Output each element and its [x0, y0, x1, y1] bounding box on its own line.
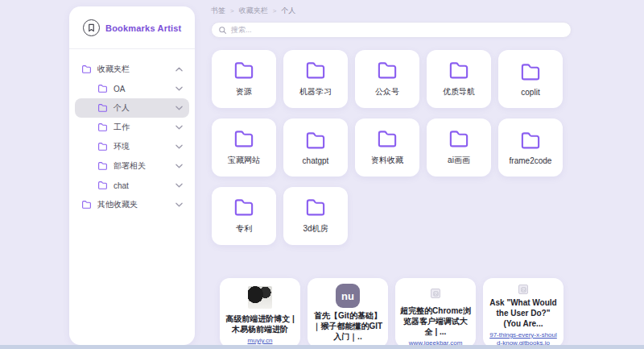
folder-icon [518, 62, 543, 84]
bookmark-title: 首先【Git的基础】｜猴子都能懂的GIT入门｜.. [312, 310, 383, 342]
folder-card[interactable]: 优质导航 [427, 50, 491, 108]
folder-grid: 资源 机器学习 公众号 优质导航 coplit 宝藏网站 chatgpt [212, 50, 563, 245]
folder-icon [303, 131, 328, 152]
folder-card-label: coplit [521, 88, 539, 97]
bookmark-link[interactable]: muyiy.cn [248, 337, 273, 345]
folder-card-label: 宝藏网站 [228, 155, 260, 166]
folder-card[interactable]: 资料收藏 [355, 118, 419, 177]
breadcrumb-item[interactable]: 收藏夹栏 [239, 6, 268, 16]
sidebar-item-label: 工作 [114, 122, 175, 133]
folder-card[interactable]: 资源 [212, 50, 276, 108]
folder-card[interactable]: 宝藏网站 [212, 118, 276, 177]
folder-icon [303, 60, 328, 82]
folder-card-label: 专利 [236, 223, 252, 235]
bookmark-list: 高级前端进阶博文 | 木易杨前端进阶 muyiy.cn nu 首先【Git的基础… [220, 278, 564, 347]
folder-card-label: chatgpt [303, 156, 329, 165]
folder-card-label: 优质导航 [443, 86, 475, 98]
chevron-down-icon[interactable] [175, 183, 183, 188]
folder-icon [97, 84, 108, 94]
bookmark-card[interactable]: 超完整的Chrome浏览器客户端调试大全 | ... www.igeekbar.… [395, 278, 476, 347]
sidebar-item[interactable]: 收藏夹栏 [75, 60, 189, 79]
bookmark-title: 高级前端进阶博文 | 木易杨前端进阶 [225, 314, 295, 334]
app-logo: Bookmarks Artist [69, 6, 195, 36]
bookmark-thumbnail [518, 284, 528, 295]
sidebar-item[interactable]: chat [75, 176, 189, 195]
sidebar-item-label: OA [114, 85, 175, 93]
folder-card-label: 资料收藏 [371, 155, 403, 166]
breadcrumb-item[interactable]: 个人 [281, 6, 295, 16]
bookmark-card[interactable]: Ask "What Would the User Do?" (You Are..… [483, 278, 564, 347]
folder-card[interactable]: coplit [498, 50, 563, 108]
sidebar-item-label: 环境 [114, 141, 175, 152]
folder-icon [232, 197, 256, 219]
sidebar-item[interactable]: 个人 [75, 98, 189, 118]
folder-icon [97, 103, 108, 114]
folder-card[interactable]: ai画画 [427, 118, 491, 177]
sidebar-item-label: 收藏夹栏 [97, 64, 175, 75]
folder-icon [232, 60, 256, 82]
chevron-down-icon[interactable] [175, 106, 183, 110]
sidebar-item[interactable]: 其他收藏夹 [75, 195, 189, 214]
bookmark-title: Ask "What Would the User Do?" (You Are..… [488, 297, 559, 329]
sidebar-item[interactable]: 部署相关 [75, 156, 189, 176]
breadcrumb-item[interactable]: 书签 [211, 6, 225, 16]
sidebar-item-label: 部署相关 [114, 160, 175, 172]
bookmark-card[interactable]: nu 首先【Git的基础】｜猴子都能懂的GIT入门｜.. backlog.com [308, 278, 388, 347]
sidebar-tree: 收藏夹栏 OA 个人 工作 环境 [69, 49, 195, 214]
folder-card-label: frame2code [510, 156, 552, 165]
folder-icon [375, 129, 399, 151]
sidebar-item-label: 个人 [114, 102, 175, 114]
folder-card-label: 3d机房 [303, 223, 328, 235]
chevron-down-icon[interactable] [175, 202, 183, 207]
folder-card[interactable]: 公众号 [355, 50, 419, 108]
folder-card[interactable]: frame2code [498, 118, 563, 177]
folder-card[interactable]: 专利 [212, 187, 276, 245]
bookmark-thumbnail-image [248, 286, 272, 309]
breadcrumb: 书签>收藏夹栏>个人 [211, 6, 295, 16]
folder-icon [447, 129, 471, 151]
chevron-down-icon[interactable] [175, 144, 183, 149]
chevron-down-icon[interactable] [175, 164, 183, 168]
folder-icon [303, 197, 328, 219]
folder-icon [518, 131, 543, 152]
folder-card-label: ai画画 [448, 155, 470, 166]
sidebar-item-label: chat [114, 181, 175, 190]
bookmark-thumbnail [248, 284, 272, 311]
search-icon [218, 26, 227, 35]
folder-card[interactable]: chatgpt [283, 118, 348, 177]
bottom-bar [0, 345, 644, 349]
search-input[interactable]: 搜索... [211, 22, 572, 38]
app-title: Bookmarks Artist [105, 23, 182, 33]
bookmark-badge-icon [83, 19, 100, 36]
folder-icon [97, 123, 108, 133]
folder-icon [97, 142, 108, 152]
bookmark-thumbnail: nu [336, 284, 360, 308]
sidebar-item[interactable]: 环境 [75, 137, 189, 156]
sidebar: Bookmarks Artist 收藏夹栏 OA 个人 工作 [69, 6, 195, 345]
sidebar-item[interactable]: OA [75, 79, 189, 98]
bookmark-title: 超完整的Chrome浏览器客户端调试大全 | ... [400, 305, 471, 337]
folder-card[interactable]: 3d机房 [283, 187, 348, 245]
search-placeholder: 搜索... [231, 25, 252, 35]
folder-card-label: 机器学习 [299, 86, 332, 98]
folder-icon [97, 161, 108, 172]
folder-icon [97, 181, 108, 191]
chevron-down-icon[interactable] [175, 125, 183, 130]
bookmarks-app: Bookmarks Artist 收藏夹栏 OA 个人 工作 [0, 0, 644, 349]
breadcrumb-separator: > [273, 7, 277, 15]
folder-icon [375, 60, 399, 82]
folder-icon [232, 129, 256, 151]
folder-card[interactable]: 机器学习 [283, 50, 348, 108]
default-favicon-icon [518, 285, 528, 294]
folder-card-label: 公众号 [375, 86, 399, 98]
sidebar-item[interactable]: 工作 [75, 118, 189, 137]
folder-card-label: 资源 [236, 86, 252, 98]
chevron-down-icon[interactable] [175, 86, 183, 91]
chevron-up-icon[interactable] [175, 67, 183, 72]
bookmark-thumbnail [431, 284, 440, 303]
folder-icon [81, 200, 92, 210]
folder-icon [81, 64, 92, 75]
default-favicon-icon [431, 289, 440, 298]
bookmark-card[interactable]: 高级前端进阶博文 | 木易杨前端进阶 muyiy.cn [220, 278, 300, 347]
folder-icon [447, 60, 471, 82]
